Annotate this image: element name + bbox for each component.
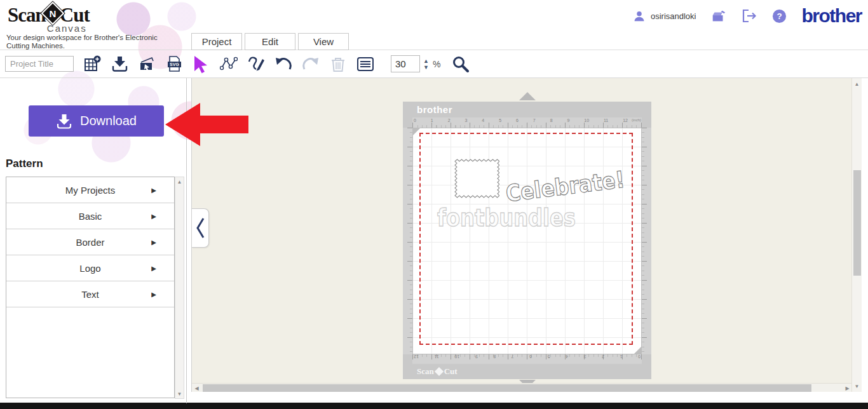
scroll-down-icon[interactable]: ▼	[852, 382, 862, 391]
scroll-right-icon[interactable]: ▶	[843, 384, 851, 392]
portfolio-icon[interactable]	[710, 8, 727, 24]
zoom-magnifier-button[interactable]	[451, 54, 470, 74]
category-border[interactable]: Border▶	[6, 229, 174, 255]
horizontal-scrollbar[interactable]: ◀ ▶	[192, 383, 851, 392]
help-icon[interactable]: ?	[771, 8, 788, 24]
tab-view[interactable]: View	[298, 33, 349, 50]
properties-icon	[356, 57, 374, 72]
mat-scanncut-logo: Scan Cut	[403, 364, 651, 379]
canvas-scroll-up-icon[interactable]	[519, 92, 536, 100]
category-my-projects[interactable]: My Projects▶	[6, 177, 174, 203]
mat-brother-logo: brother	[403, 102, 651, 117]
redo-button[interactable]	[301, 54, 320, 74]
delete-button[interactable]	[329, 54, 348, 74]
tab-edit[interactable]: Edit	[245, 33, 295, 50]
redo-icon	[302, 56, 320, 72]
undo-icon	[275, 56, 292, 72]
chevron-right-icon: ▶	[151, 291, 156, 298]
left-panel: Download Pattern My Projects▶ Basic▶ Bor…	[0, 78, 187, 403]
panel-collapse-button[interactable]	[192, 208, 209, 248]
svg-import-icon: SVG	[166, 55, 183, 72]
sign-out-icon[interactable]	[741, 8, 757, 24]
zoom-control: ▲ ▼ %	[391, 54, 478, 74]
export-to-machine-icon	[138, 55, 156, 72]
svg-text:fontbundles: fontbundles	[437, 204, 576, 232]
menu-tabs: Project Edit View	[191, 33, 351, 50]
vertical-scrollbar[interactable]: ▲ ▼	[851, 78, 862, 392]
chevron-right-icon: ▶	[151, 239, 156, 246]
chevron-right-icon: ▶	[151, 213, 156, 220]
zoom-level-input[interactable]	[391, 55, 420, 72]
undo-button[interactable]	[274, 54, 293, 74]
pattern-list-scrollbar[interactable]: ▲ ▼	[175, 177, 184, 399]
zoom-unit-label: %	[433, 59, 440, 69]
category-logo[interactable]: Logo▶	[6, 255, 174, 281]
export-to-machine-button[interactable]	[137, 54, 156, 74]
tagline: Your design workspace for Brother's Elec…	[6, 34, 181, 50]
zoom-increase-button[interactable]: ▲	[422, 58, 430, 64]
ruler-right	[642, 128, 651, 354]
import-icon	[111, 55, 128, 72]
delete-icon	[330, 55, 346, 72]
download-button[interactable]: Download	[29, 105, 164, 137]
ruler-top: 0123456789101112 (inch)	[412, 117, 642, 128]
cutting-mat: brother 0123456789101112 (inch) Celebrat…	[403, 102, 651, 379]
logo-scan: Scan	[8, 4, 46, 27]
new-project-button[interactable]	[83, 54, 102, 74]
ruler-bottom: 0123456789101112	[412, 354, 642, 364]
chevron-left-icon	[195, 215, 205, 241]
import-pattern-button[interactable]	[110, 54, 129, 74]
svg-import-button[interactable]: SVG	[165, 54, 184, 74]
user-menu[interactable]: osirisandloki	[631, 8, 696, 24]
project-title-input[interactable]	[5, 56, 74, 72]
download-label: Download	[80, 114, 137, 128]
node-edit-button[interactable]	[219, 54, 238, 74]
svg-text:?: ?	[776, 11, 782, 21]
toolbar: SVG	[0, 50, 868, 78]
user-icon	[631, 8, 648, 24]
node-edit-icon	[220, 55, 238, 72]
header-right: osirisandloki ? brother	[631, 5, 862, 27]
select-arrow-icon	[192, 55, 211, 74]
properties-button[interactable]	[356, 54, 375, 74]
scroll-up-icon[interactable]: ▲	[175, 177, 184, 186]
new-project-icon	[84, 55, 101, 72]
draw-path-icon	[247, 55, 265, 73]
svg-text:SVG: SVG	[170, 62, 179, 67]
category-basic[interactable]: Basic▶	[6, 203, 174, 229]
scroll-left-icon[interactable]: ◀	[192, 384, 201, 392]
pattern-category-list: My Projects▶ Basic▶ Border▶ Logo▶ Text▶ …	[6, 177, 175, 398]
category-text[interactable]: Text▶	[6, 281, 174, 307]
celebrate-text-object[interactable]: Celebrate!	[502, 164, 629, 208]
select-tool-button[interactable]	[192, 54, 211, 74]
ruler-left	[403, 128, 412, 354]
scroll-down-icon[interactable]: ▼	[175, 389, 184, 398]
mat-cutting-surface[interactable]: Celebrate! fontbundles	[412, 128, 642, 354]
chevron-right-icon: ▶	[151, 187, 156, 194]
bottom-black-bar	[0, 403, 868, 409]
ruler-unit-label: (inch)	[632, 118, 641, 122]
pattern-heading: Pattern	[6, 158, 43, 170]
draw-path-button[interactable]	[247, 54, 266, 74]
horizontal-scroll-thumb[interactable]	[203, 384, 811, 392]
chevron-right-icon: ▶	[151, 265, 156, 272]
tab-project[interactable]: Project	[191, 33, 242, 50]
user-name: osirisandloki	[651, 11, 696, 21]
fontbundles-watermark: fontbundles	[433, 203, 580, 234]
vertical-scroll-thumb[interactable]	[853, 170, 861, 276]
scalloped-square-object[interactable]	[452, 158, 499, 202]
scanncut-diamond	[435, 367, 444, 376]
brother-logo[interactable]: brother	[802, 5, 862, 27]
scanncut-canvas-app: Scan N Cut Canvas Your design workspace …	[0, 0, 868, 409]
download-icon	[56, 114, 72, 129]
canvas-area: brother 0123456789101112 (inch) Celebrat…	[191, 78, 851, 392]
zoom-spinner: ▲ ▼	[422, 58, 430, 70]
scanncut-logo: Scan N Cut Canvas	[8, 4, 90, 34]
magnifier-icon	[452, 55, 469, 72]
scroll-up-icon[interactable]: ▲	[852, 79, 862, 88]
zoom-decrease-button[interactable]: ▼	[422, 64, 430, 70]
svg-text:Celebrate!: Celebrate!	[505, 166, 627, 207]
